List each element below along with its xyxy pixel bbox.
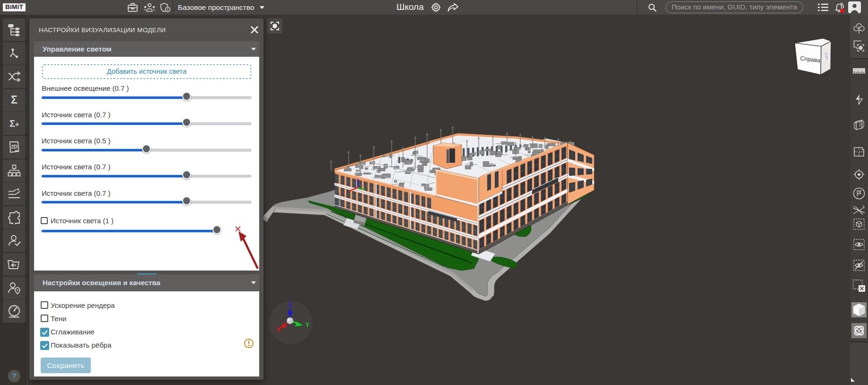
svg-text:Y: Y [306, 322, 309, 329]
svg-text:2D: 2D [11, 144, 18, 149]
svg-text:Z: Z [289, 302, 292, 308]
svg-text:2: 2 [862, 205, 864, 208]
svg-text:1: 1 [853, 205, 855, 209]
svg-text:X: X [277, 326, 281, 333]
